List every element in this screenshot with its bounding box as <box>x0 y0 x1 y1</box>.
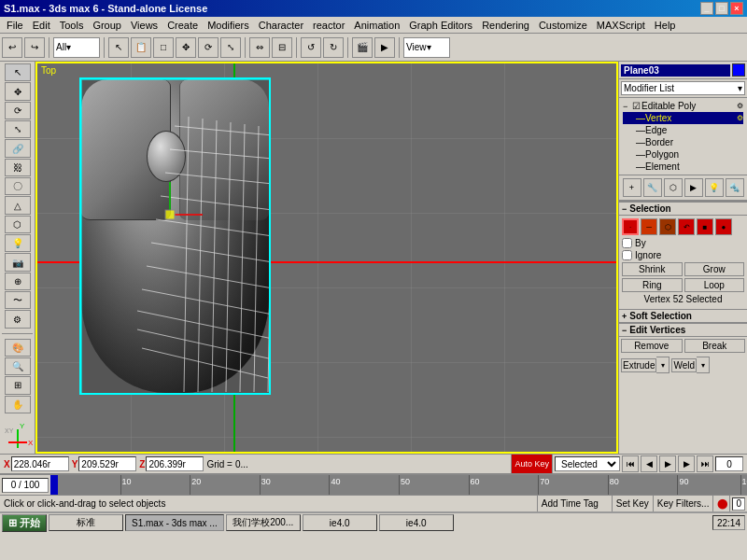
mirror-tool[interactable]: ⇔ <box>249 37 270 58</box>
menu-character[interactable]: Character <box>254 19 308 32</box>
z-input[interactable] <box>146 456 204 471</box>
auto-key-btn[interactable]: Auto Key <box>511 454 553 474</box>
key-prev-btn[interactable]: ⏮ <box>622 455 639 472</box>
left-geometry-btn[interactable]: △ <box>5 196 31 214</box>
menu-reactor[interactable]: reactor <box>308 19 349 32</box>
tree-item-editable-poly[interactable]: − ☑ Editable Poly ⚙ <box>623 100 743 112</box>
redo-view[interactable]: ↻ <box>323 37 344 58</box>
taskbar-app-school[interactable]: 我们学校200... <box>226 514 301 531</box>
sel-icon-fill[interactable]: ■ <box>697 218 713 235</box>
start-button[interactable]: ⊞ 开始 <box>2 514 47 532</box>
left-unlink-btn[interactable]: ⛓ <box>5 159 31 176</box>
toolbar-redo[interactable]: ↪ <box>24 37 45 58</box>
select-region[interactable]: □ <box>153 37 174 58</box>
move-tool[interactable]: ✥ <box>176 37 196 58</box>
select-by-name[interactable]: 📋 <box>131 37 151 58</box>
left-scale-btn[interactable]: ⤡ <box>5 120 31 138</box>
panel-icon-display[interactable]: 💡 <box>705 178 724 197</box>
left-select-btn[interactable]: ↖ <box>5 63 31 81</box>
scale-tool[interactable]: ⤡ <box>220 37 241 58</box>
left-space-warp-btn[interactable]: 〜 <box>5 291 31 309</box>
undo-view[interactable]: ↺ <box>301 37 321 58</box>
menu-modifiers[interactable]: Modifiers <box>203 19 254 32</box>
3d-render-area[interactable] <box>79 77 271 395</box>
object-name-display[interactable]: Plane03 <box>621 64 730 77</box>
menu-rendering[interactable]: Rendering <box>477 19 534 32</box>
weld-button[interactable]: Weld <box>671 358 697 372</box>
menu-help[interactable]: Help <box>650 19 681 32</box>
left-pan-btn[interactable]: ✋ <box>5 396 31 413</box>
selection-filter-dropdown[interactable]: All▾ <box>53 37 100 58</box>
loop-button[interactable]: Loop <box>684 278 745 292</box>
left-rotate-btn[interactable]: ⟳ <box>5 102 31 119</box>
modifier-list-dropdown[interactable]: Modifier List ▾ <box>621 81 745 95</box>
toolbar-undo[interactable]: ↩ <box>2 37 22 58</box>
menu-create[interactable]: Create <box>162 19 203 32</box>
left-system-btn[interactable]: ⚙ <box>5 310 31 328</box>
tree-item-element[interactable]: — Element <box>623 161 743 173</box>
rotate-tool[interactable]: ⟳ <box>198 37 218 58</box>
extrude-button[interactable]: Extrude <box>621 358 656 372</box>
menu-tools[interactable]: Tools <box>55 19 89 32</box>
taskbar-app-s1max[interactable]: S1.max - 3ds max ... <box>125 514 224 531</box>
render-btn[interactable]: 🎬 <box>352 37 373 58</box>
menu-edit[interactable]: Edit <box>28 19 55 32</box>
tree-item-edge[interactable]: — Edge <box>623 124 743 136</box>
menu-maxscript[interactable]: MAXScript <box>592 19 650 32</box>
key-next-btn[interactable]: ⏭ <box>697 455 713 472</box>
object-color-swatch[interactable] <box>732 63 745 77</box>
key-next-frame[interactable]: ▶ <box>678 455 695 472</box>
key-prev-frame[interactable]: ◀ <box>641 455 657 472</box>
key-mode-dropdown[interactable]: Selected <box>555 456 620 471</box>
close-button[interactable]: × <box>730 2 743 15</box>
frame-number-input[interactable] <box>715 456 743 471</box>
left-link-btn[interactable]: 🔗 <box>5 139 31 157</box>
left-helper-btn[interactable]: ⊕ <box>5 273 31 290</box>
remove-button[interactable]: Remove <box>621 339 683 353</box>
minimize-button[interactable]: _ <box>700 2 713 15</box>
align-tool[interactable]: ⊟ <box>272 37 292 58</box>
soft-selection-header[interactable]: + Soft Selection <box>619 310 747 323</box>
by-checkbox[interactable] <box>622 238 632 248</box>
x-input[interactable] <box>11 456 69 471</box>
tree-item-polygon[interactable]: — Polygon <box>623 148 743 161</box>
panel-icon-modify[interactable]: 🔧 <box>643 178 662 197</box>
menu-graph-editors[interactable]: Graph Editors <box>404 19 477 32</box>
break-button[interactable]: Break <box>684 339 746 353</box>
sel-icon-circle[interactable]: ● <box>715 218 732 235</box>
timeline-thumb[interactable] <box>50 475 58 495</box>
panel-icon-create[interactable]: + <box>623 178 641 197</box>
key-play-btn[interactable]: ▶ <box>659 455 676 472</box>
left-zoom-btn[interactable]: 🔍 <box>5 357 31 375</box>
selection-header[interactable]: − Selection <box>619 203 747 216</box>
tree-item-border[interactable]: — Border <box>623 136 743 148</box>
taskbar-app-ie1[interactable]: ie4.0 <box>303 514 377 531</box>
timeline-track[interactable]: 0 10 20 30 40 50 60 70 80 90 100 <box>50 475 747 495</box>
ring-button[interactable]: Ring <box>622 278 683 292</box>
panel-icon-utilities[interactable]: 🔩 <box>726 178 744 197</box>
left-shape-btn[interactable]: ⬡ <box>5 216 31 233</box>
weld-arrow[interactable]: ▾ <box>697 357 710 373</box>
sel-icon-border[interactable]: ⬡ <box>659 218 676 235</box>
view-dropdown[interactable]: View▾ <box>403 37 450 58</box>
select-tool[interactable]: ↖ <box>108 37 129 58</box>
left-paint-btn[interactable]: 🎨 <box>5 339 31 357</box>
sel-icon-edge[interactable]: ─ <box>641 218 657 235</box>
render-type[interactable]: ▶ <box>374 37 395 58</box>
left-move-btn[interactable]: ✥ <box>5 82 31 100</box>
viewport[interactable]: Top <box>35 62 618 454</box>
menu-customize[interactable]: Customize <box>534 19 592 32</box>
panel-icon-motion[interactable]: ▶ <box>684 178 703 197</box>
sel-icon-vertex[interactable]: · <box>622 218 639 235</box>
ignore-checkbox[interactable] <box>622 250 632 260</box>
panel-icon-hierarchy[interactable]: ⬡ <box>664 178 683 197</box>
shrink-button[interactable]: Shrink <box>622 262 683 276</box>
window-controls[interactable]: _ □ × <box>700 2 743 15</box>
taskbar-app-标准[interactable]: 标准 <box>49 514 123 531</box>
tree-item-vertex[interactable]: — Vertex ⚙ <box>623 112 743 124</box>
grow-button[interactable]: Grow <box>684 262 745 276</box>
menu-group[interactable]: Group <box>88 19 126 32</box>
menu-animation[interactable]: Animation <box>349 19 404 32</box>
menu-views[interactable]: Views <box>126 19 162 32</box>
sel-icon-undo[interactable]: ↶ <box>678 218 695 235</box>
